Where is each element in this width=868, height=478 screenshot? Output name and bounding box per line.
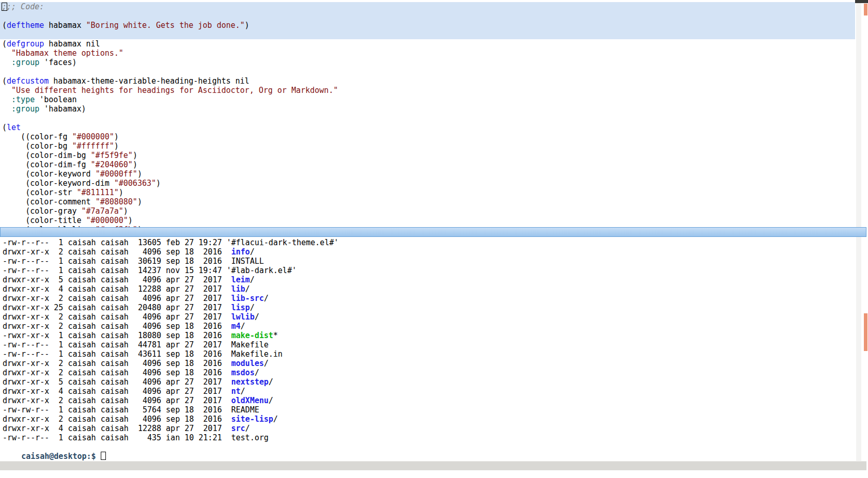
- file-name: README: [231, 405, 259, 415]
- file-name: Makefile: [231, 340, 269, 349]
- file-name: nextstep: [231, 377, 269, 387]
- file-name: nt: [231, 387, 241, 396]
- shell-window[interactable]: -rw-r--r-- 1 caisah caisah 13605 feb 27 …: [0, 237, 856, 461]
- code-line: (color-dim-fg "#204060"): [0, 160, 855, 169]
- code-text: "#000000": [86, 216, 128, 225]
- code-line: (color-title "#000000"): [0, 216, 855, 225]
- modeline-active[interactable]: -:**-habamax-theme.el2% L13(Emacs-Lisp E…: [0, 227, 866, 237]
- code-text: habamax nil: [44, 39, 100, 49]
- file-meta: drwxr-xr-x 4 caisah caisah 12288 apr 27 …: [3, 424, 231, 433]
- scrollbar-trough-top[interactable]: [856, 0, 861, 227]
- file-meta: -rw-r--r-- 1 caisah caisah 14237 nov 15 …: [3, 266, 226, 275]
- cursor-hollow: [101, 452, 106, 460]
- file-listing: -rw-r--r-- 1 caisah caisah 13605 feb 27 …: [3, 238, 856, 442]
- code-line: "Use different heights for headings for …: [0, 86, 855, 95]
- code-line: :type 'boolean: [0, 95, 855, 104]
- file-type-indicator: /: [245, 424, 250, 433]
- code-text: "#7a7a7a": [82, 206, 123, 216]
- code-text: "#808080": [96, 197, 137, 206]
- file-type-indicator: /: [250, 275, 255, 284]
- code-text: "#000000": [72, 132, 114, 141]
- file-row: -rw-r--r-- 1 caisah caisah 13605 feb 27 …: [3, 238, 856, 247]
- file-row: drwxr-xr-x 5 caisah caisah 4096 apr 27 2…: [3, 377, 856, 387]
- file-name: msdos: [231, 368, 255, 377]
- file-name: lib: [231, 284, 245, 294]
- code-text: let: [7, 123, 21, 132]
- file-name: leim: [231, 275, 250, 284]
- code-text: 'faces): [39, 58, 76, 67]
- file-name: lwlib: [231, 312, 255, 322]
- file-type-indicator: *: [273, 331, 278, 340]
- code-line: (color-bg "#ffffff"): [0, 141, 855, 151]
- code-text: 'habamax): [39, 104, 86, 114]
- code-line: (defgroup habamax nil: [0, 39, 855, 49]
- code-text: [2, 58, 11, 67]
- file-name: info: [231, 247, 250, 257]
- code-text: "#204060": [91, 160, 133, 169]
- modeline-inactive[interactable]: U:**-*shell*Bot L70(Shell:run): [0, 461, 866, 470]
- file-meta: -rwxr-xr-x 1 caisah caisah 18080 sep 18 …: [3, 331, 231, 340]
- code-text: (color-dim-fg: [2, 160, 91, 169]
- file-type-indicator: /: [264, 294, 269, 303]
- file-meta: -rw-r--r-- 1 caisah caisah 44781 apr 27 …: [3, 340, 231, 349]
- code-text: ): [156, 179, 161, 188]
- file-meta: -rw-r--r-- 1 caisah caisah 435 ian 10 21…: [3, 433, 231, 442]
- file-name: lisp: [231, 303, 250, 312]
- file-row: -rw-rw-r-- 1 caisah caisah 5764 sep 18 2…: [3, 405, 856, 415]
- shell-prompt-line[interactable]: caisah@desktop:$: [3, 442, 856, 452]
- code-text: (: [2, 76, 7, 86]
- code-text: [2, 49, 11, 58]
- scrollbar-thumb-top[interactable]: [864, 4, 867, 15]
- code-text: ): [137, 197, 142, 206]
- code-text: [2, 104, 11, 114]
- code-text: "#ffffff": [72, 141, 114, 151]
- file-row: -rw-r--r-- 1 caisah caisah 435 ian 10 21…: [3, 433, 856, 442]
- code-text: "Habamax theme options.": [11, 49, 123, 58]
- file-meta: -rw-r--r-- 1 caisah caisah 13605 feb 27 …: [3, 238, 226, 247]
- code-text: ): [119, 188, 123, 197]
- scrollbar-trough-bottom[interactable]: [856, 237, 861, 461]
- code-window[interactable]: ;;; Code:(deftheme habamax "Boring white…: [0, 0, 856, 227]
- code-line: (color-dim-bg "#f5f9fe"): [0, 151, 855, 160]
- code-line: (deftheme habamax "Boring white. Gets th…: [0, 21, 855, 30]
- file-row: drwxr-xr-x 25 caisah caisah 20480 apr 27…: [3, 303, 856, 312]
- file-type-indicator: /: [269, 396, 273, 405]
- file-meta: drwxr-xr-x 4 caisah caisah 12288 apr 27 …: [3, 284, 231, 294]
- code-text: "Boring white. Gets the job done.": [86, 21, 245, 30]
- code-text: ): [128, 216, 133, 225]
- code-text: (color-str: [2, 188, 77, 197]
- code-line: (color-str "#811111"): [0, 188, 855, 197]
- code-text: ): [133, 160, 137, 169]
- file-name: Makefile.in: [231, 349, 283, 359]
- file-name: modules: [231, 359, 264, 368]
- file-row: drwxr-xr-x 2 caisah caisah 4096 apr 27 2…: [3, 396, 856, 405]
- file-meta: -rw-rw-r-- 1 caisah caisah 5764 sep 18 2…: [3, 405, 231, 415]
- scrollbar-thumb-bottom[interactable]: [864, 313, 867, 351]
- code-text: (color-keyword-dim: [2, 179, 114, 188]
- code-text: (: [2, 39, 7, 49]
- code-line: :group 'faces): [0, 58, 855, 67]
- file-row: drwxr-xr-x 2 caisah caisah 4096 apr 27 2…: [3, 312, 856, 322]
- file-meta: drwxr-xr-x 2 caisah caisah 4096 sep 18 2…: [3, 247, 231, 257]
- file-type-indicator: /: [241, 322, 245, 331]
- file-meta: drwxr-xr-x 5 caisah caisah 4096 apr 27 2…: [3, 275, 231, 284]
- code-text: defcustom: [7, 76, 49, 86]
- code-text: (color-keyword: [2, 169, 96, 179]
- code-line: [0, 67, 855, 76]
- file-row: -rw-r--r-- 1 caisah caisah 43611 sep 18 …: [3, 349, 856, 359]
- file-meta: drwxr-xr-x 4 caisah caisah 4096 apr 27 2…: [3, 387, 231, 396]
- screen-edge-bar: [855, 0, 868, 3]
- code-text: ): [133, 151, 137, 160]
- file-name: lib-src: [231, 294, 264, 303]
- code-text: "#006363": [114, 179, 156, 188]
- file-name: site-lisp: [231, 415, 273, 424]
- code-text: (: [2, 21, 7, 30]
- code-text: (: [2, 123, 7, 132]
- file-row: drwxr-xr-x 2 caisah caisah 4096 sep 18 2…: [3, 247, 856, 257]
- code-text: ): [137, 169, 142, 179]
- minibuffer[interactable]: M-x: [0, 470, 868, 478]
- code-line: (let: [0, 123, 855, 132]
- code-line: [0, 114, 855, 123]
- code-line: (color-comment "#808080"): [0, 197, 855, 206]
- file-type-indicator: /: [250, 303, 255, 312]
